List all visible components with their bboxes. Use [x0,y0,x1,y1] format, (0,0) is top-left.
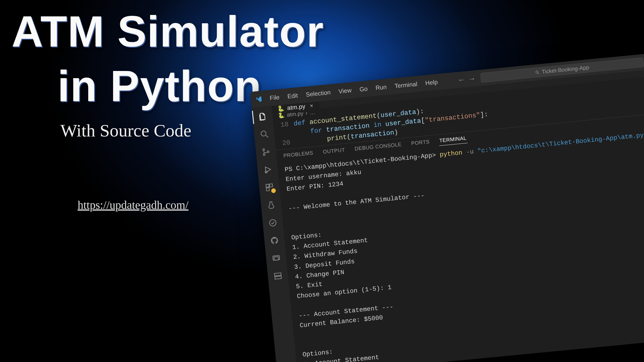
nav-back-icon[interactable]: ← [457,75,466,84]
svg-point-2 [261,131,266,136]
vscode-logo-icon [254,95,262,103]
svg-line-3 [266,135,268,138]
menu-view[interactable]: View [335,85,355,96]
panel-tab-problems[interactable]: PROBLEMS [282,148,314,161]
panel-tab-ports[interactable]: PORTS [410,137,431,148]
svg-rect-15 [275,276,281,279]
menu-edit[interactable]: Edit [283,90,302,101]
menu-selection[interactable]: Selection [302,87,334,99]
svg-point-11 [269,219,277,226]
menu-terminal[interactable]: Terminal [391,79,421,91]
vscode-window: File Edit Selection View Go Run Terminal… [250,53,644,362]
breadcrumb-sep: › [305,110,308,116]
svg-rect-8 [266,184,269,187]
testing-icon[interactable] [266,200,277,210]
remote-icon[interactable] [267,217,278,228]
python-file-icon: 🐍 [277,112,285,119]
terminal-output[interactable]: PS C:\xampp\htdocs\t\Ticket-Booking-App>… [277,126,644,362]
search-icon [535,70,540,75]
menu-help[interactable]: Help [421,77,442,88]
svg-point-0 [536,71,538,73]
svg-line-1 [538,73,539,74]
python-file-icon: 🐍 [277,105,285,112]
editor-area: 🐍 atm.py × 🐍 atm.py › … 18def account_st… [272,70,644,362]
extensions-icon[interactable] [264,182,275,193]
menu-run[interactable]: Run [372,82,390,93]
nav-forward-icon[interactable]: → [467,74,476,83]
svg-rect-13 [274,257,279,260]
tab-close-icon[interactable]: × [310,102,314,109]
svg-rect-10 [266,188,269,191]
source-control-icon[interactable] [261,147,271,157]
settings-icon[interactable] [273,271,283,281]
extensions-update-badge [271,188,276,193]
panel-tab-terminal[interactable]: TERMINAL [438,133,467,146]
svg-rect-14 [275,273,281,276]
svg-rect-9 [269,184,273,187]
menu-file[interactable]: File [266,92,283,103]
breadcrumb-more: … [309,109,315,116]
github-icon[interactable] [269,235,280,246]
search-placeholder: Ticket-Booking-App [542,64,589,75]
menu-go[interactable]: Go [356,84,371,95]
svg-point-6 [267,151,269,153]
panel-tab-output[interactable]: OUTPUT [322,145,346,157]
line-number: 20 [275,138,296,149]
svg-point-5 [263,154,265,156]
hero-title-line1: ATM Simulator [12,9,324,55]
hero-link[interactable]: https://updategadh.com/ [78,198,189,212]
run-debug-icon[interactable] [262,164,273,175]
explorer-icon[interactable] [257,111,268,122]
bottom-panel: PROBLEMSOUTPUTDEBUG CONSOLEPORTSTERMINAL… [276,113,644,362]
search-icon[interactable] [259,129,270,139]
svg-point-4 [263,149,265,151]
live-share-icon[interactable] [271,253,281,263]
svg-point-7 [265,171,267,173]
